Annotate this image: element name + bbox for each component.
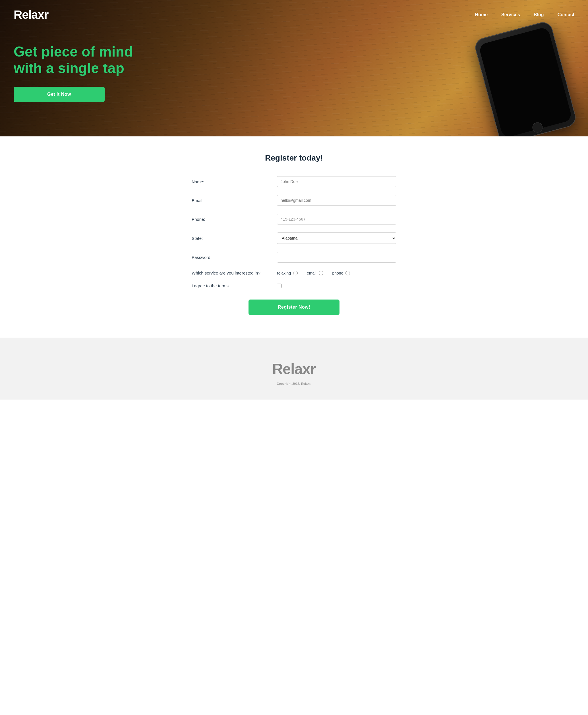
hero-section: Relaxr Home Services Blog Contact Get pi… bbox=[0, 0, 588, 136]
name-input[interactable] bbox=[277, 176, 396, 187]
footer-logo: Relaxr bbox=[6, 360, 582, 377]
service-relaxing[interactable]: relaxing bbox=[277, 271, 298, 275]
relaxing-radio[interactable] bbox=[293, 271, 298, 275]
service-row: Which service are you interested in? rel… bbox=[192, 270, 396, 275]
hero-headline: Get piece of mind with a single tap bbox=[14, 44, 133, 77]
phone-radio[interactable] bbox=[345, 271, 350, 275]
service-email[interactable]: email bbox=[307, 271, 323, 275]
nav-blog[interactable]: Blog bbox=[534, 12, 544, 17]
service-radio-group: relaxing email phone bbox=[277, 271, 396, 275]
phone-input[interactable] bbox=[277, 214, 396, 224]
register-section: Register today! Name: Email: Phone: Stat… bbox=[0, 136, 588, 338]
hero-cta-button[interactable]: Get it Now bbox=[14, 87, 105, 102]
nav-contact[interactable]: Contact bbox=[557, 12, 574, 17]
nav-logo: Relaxr bbox=[14, 8, 48, 22]
state-select[interactable]: Alabama Alaska Arizona Arkansas Californ… bbox=[277, 233, 396, 244]
nav-home[interactable]: Home bbox=[475, 12, 488, 17]
password-row: Password: bbox=[192, 252, 396, 263]
phone-service-label: phone bbox=[332, 271, 343, 275]
terms-checkbox[interactable] bbox=[277, 284, 281, 288]
phone-label: Phone: bbox=[192, 217, 277, 222]
form-title: Register today! bbox=[6, 153, 582, 162]
state-row: State: Alabama Alaska Arizona Arkansas C… bbox=[192, 233, 396, 244]
terms-label: I agree to the terms bbox=[192, 283, 277, 288]
phone-body bbox=[473, 20, 578, 136]
register-button[interactable]: Register Now! bbox=[249, 300, 339, 315]
state-label: State: bbox=[192, 236, 277, 241]
nav-links: Home Services Blog Contact bbox=[475, 12, 574, 17]
service-phone[interactable]: phone bbox=[332, 271, 350, 275]
name-label: Name: bbox=[192, 179, 277, 184]
terms-row: I agree to the terms bbox=[192, 283, 396, 288]
email-row: Email: bbox=[192, 195, 396, 206]
password-label: Password: bbox=[192, 255, 277, 260]
phone-illustration bbox=[474, 17, 571, 136]
footer-copyright: Copyright 2017. Relaxr. bbox=[6, 382, 582, 385]
service-label: Which service are you interested in? bbox=[192, 270, 277, 275]
relaxing-label: relaxing bbox=[277, 271, 291, 275]
email-label: Email: bbox=[192, 198, 277, 203]
email-input[interactable] bbox=[277, 195, 396, 206]
phone-row: Phone: bbox=[192, 214, 396, 224]
footer: Relaxr Copyright 2017. Relaxr. bbox=[0, 338, 588, 399]
email-radio[interactable] bbox=[319, 271, 323, 275]
email-service-label: email bbox=[307, 271, 316, 275]
nav-services[interactable]: Services bbox=[501, 12, 520, 17]
name-row: Name: bbox=[192, 176, 396, 187]
form-container: Name: Email: Phone: State: Alabama Alask… bbox=[192, 176, 396, 315]
phone-screen bbox=[478, 26, 572, 136]
password-input[interactable] bbox=[277, 252, 396, 263]
